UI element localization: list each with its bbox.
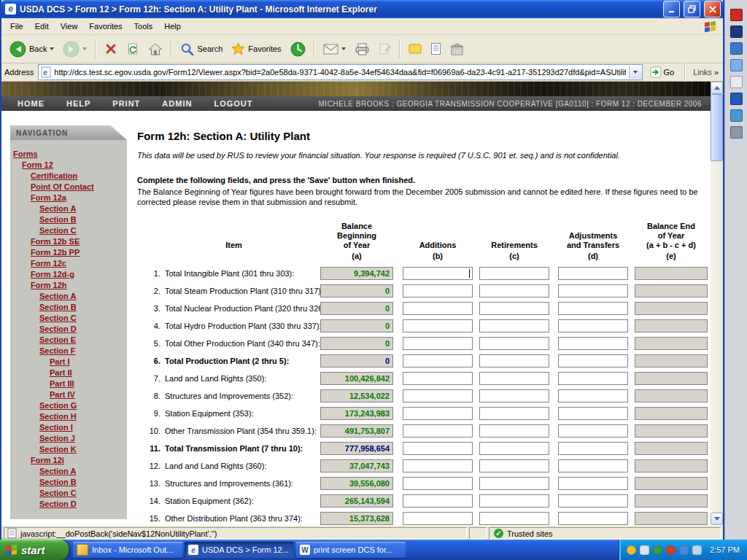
field-c-row-15[interactable]: [479, 512, 549, 525]
field-d-row-11[interactable]: [558, 442, 628, 455]
go-button[interactable]: Go: [647, 66, 678, 78]
dock-icon-6[interactable]: [730, 93, 743, 105]
links-button[interactable]: Links »: [693, 68, 720, 77]
dock-icon-7[interactable]: [730, 109, 743, 122]
sidebar-link-form-12d-g-11[interactable]: Form 12d-g: [31, 269, 127, 280]
stop-button[interactable]: [101, 40, 121, 58]
sidebar-link-section-h-24[interactable]: Section H: [39, 411, 127, 422]
menu-file[interactable]: File: [4, 20, 29, 33]
field-d-row-15[interactable]: [558, 512, 628, 525]
field-d-row-7[interactable]: [558, 372, 628, 385]
favorites-button[interactable]: Favorites: [228, 40, 285, 58]
discuss-button[interactable]: [446, 41, 468, 58]
sidebar-link-form-12a-4[interactable]: Form 12a: [31, 192, 127, 203]
tray-icon-4[interactable]: [666, 545, 676, 555]
field-c-row-2[interactable]: [479, 284, 549, 298]
sidebar-link-form-12c-10[interactable]: Form 12c: [31, 258, 127, 269]
taskbar-button-ie[interactable]: eUSDA DCS > Form 12...: [185, 542, 294, 558]
mail-dropdown-icon[interactable]: [341, 47, 346, 50]
field-b-row-3[interactable]: [403, 302, 473, 315]
field-d-row-1[interactable]: [558, 267, 628, 280]
dock-icon-4[interactable]: [730, 59, 743, 71]
field-b-row-11[interactable]: [403, 442, 473, 455]
dock-icon-1[interactable]: [730, 9, 743, 21]
back-button[interactable]: Back: [6, 39, 58, 60]
dock-icon-3[interactable]: [730, 42, 743, 55]
sidebar-link-section-g-23[interactable]: Section G: [39, 400, 127, 411]
field-b-row-8[interactable]: [403, 389, 473, 402]
start-button[interactable]: start: [0, 540, 69, 560]
tray-icon-6[interactable]: [692, 545, 702, 555]
field-d-row-12[interactable]: [558, 459, 628, 472]
refresh-button[interactable]: [123, 40, 143, 58]
scroll-thumb[interactable]: [711, 94, 723, 161]
menu-help[interactable]: Help: [158, 20, 187, 33]
sidebar-link-section-d-32[interactable]: Section D: [39, 499, 127, 510]
close-button[interactable]: [704, 1, 721, 18]
field-d-row-9[interactable]: [558, 407, 628, 420]
sidebar-link-section-f-18[interactable]: Section F: [39, 346, 127, 357]
field-c-row-4[interactable]: [479, 319, 549, 332]
menu-view[interactable]: View: [55, 20, 84, 33]
field-b-row-6[interactable]: [403, 354, 473, 368]
field-c-row-10[interactable]: [479, 424, 549, 438]
sitenav-logout[interactable]: LOGOUT: [214, 99, 252, 108]
sidebar-link-section-j-26[interactable]: Section J: [39, 433, 127, 444]
field-c-row-5[interactable]: [479, 337, 549, 350]
taskbar-button-outlook[interactable]: Inbox - Microsoft Out...: [73, 542, 182, 558]
minimize-button[interactable]: [663, 1, 680, 18]
sidebar-link-section-k-27[interactable]: Section K: [39, 444, 127, 455]
field-b-row-4[interactable]: [403, 319, 473, 332]
vertical-scrollbar[interactable]: [711, 82, 723, 525]
field-d-row-6[interactable]: [558, 354, 628, 368]
forward-dropdown-icon[interactable]: [82, 47, 87, 50]
field-d-row-13[interactable]: [558, 477, 628, 490]
menu-tools[interactable]: Tools: [128, 20, 159, 33]
field-c-row-3[interactable]: [479, 302, 549, 315]
sidebar-link-section-e-17[interactable]: Section E: [39, 335, 127, 346]
sitenav-print[interactable]: PRINT: [112, 99, 140, 108]
field-d-row-2[interactable]: [558, 284, 628, 298]
sidebar-link-part-iv-22[interactable]: Part IV: [50, 389, 127, 400]
sidebar-link-forms-0[interactable]: Forms: [13, 149, 127, 160]
sidebar-link-section-b-14[interactable]: Section B: [39, 302, 127, 313]
sidebar-link-form-12i-28[interactable]: Form 12i: [31, 455, 127, 466]
field-b-row-15[interactable]: [403, 512, 473, 525]
field-c-row-6[interactable]: [479, 354, 549, 368]
mail-button[interactable]: [320, 42, 349, 57]
field-d-row-4[interactable]: [558, 319, 628, 332]
sitenav-admin[interactable]: ADMIN: [162, 99, 192, 108]
field-b-row-1[interactable]: [403, 267, 473, 280]
sidebar-link-section-a-29[interactable]: Section A: [39, 466, 127, 477]
sidebar-link-part-iii-21[interactable]: Part III: [50, 378, 127, 389]
dock-icon-5[interactable]: [730, 76, 743, 88]
sitenav-help[interactable]: HELP: [66, 99, 90, 108]
field-c-row-11[interactable]: [479, 442, 549, 455]
field-b-row-12[interactable]: [403, 459, 473, 472]
sidebar-link-form-12h-12[interactable]: Form 12h: [31, 280, 127, 291]
sidebar-link-section-b-30[interactable]: Section B: [39, 477, 127, 488]
back-dropdown-icon[interactable]: [50, 47, 54, 50]
field-d-row-3[interactable]: [558, 302, 628, 315]
scroll-up-button[interactable]: [711, 82, 723, 94]
tray-icon-3[interactable]: [653, 545, 662, 555]
taskbar-button-word[interactable]: Wprint screen DCS for...: [296, 542, 406, 558]
field-c-row-9[interactable]: [479, 407, 549, 420]
field-c-row-13[interactable]: [479, 477, 549, 490]
field-c-row-7[interactable]: [479, 372, 549, 385]
field-b-row-2[interactable]: [403, 284, 473, 298]
field-d-row-14[interactable]: [558, 494, 628, 508]
field-c-row-12[interactable]: [479, 459, 549, 472]
dock-icon-2[interactable]: [730, 26, 743, 38]
sidebar-link-section-i-25[interactable]: Section I: [39, 422, 127, 433]
sidebar-link-part-ii-20[interactable]: Part II: [50, 368, 127, 378]
scroll-down-button[interactable]: [711, 513, 723, 525]
restore-button[interactable]: [684, 1, 700, 18]
dock-icon-8[interactable]: [730, 126, 743, 139]
field-b-row-13[interactable]: [403, 477, 473, 490]
home-button[interactable]: [144, 40, 166, 58]
sidebar-link-form-12b-se-8[interactable]: Form 12b SE: [31, 236, 127, 247]
sidebar-link-section-b-6[interactable]: Section B: [39, 214, 127, 225]
sidebar-link-section-a-13[interactable]: Section A: [39, 291, 127, 302]
field-c-row-14[interactable]: [479, 494, 549, 508]
